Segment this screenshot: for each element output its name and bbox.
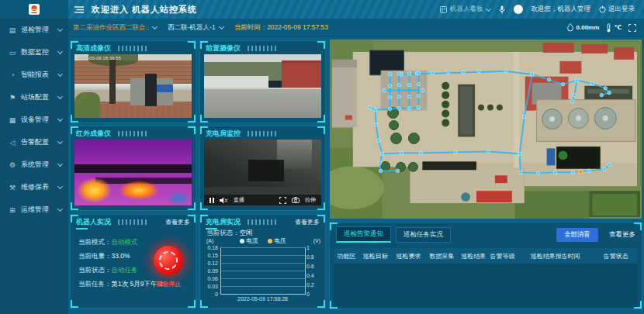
robot-task-label: 当前任务：	[78, 280, 112, 288]
col-alarm-level: 告警等级	[489, 252, 516, 261]
robot-mode-value: 自动模式	[112, 238, 138, 246]
tab-alarm-notice[interactable]: 巡检告警通知	[336, 226, 391, 243]
mute-all-button[interactable]: 全部消音	[556, 228, 598, 242]
infrared-camera-feed[interactable]	[74, 140, 192, 205]
alarm-view-more[interactable]: 查看更多	[609, 230, 635, 240]
legend-voltage[interactable]: 电压	[268, 237, 286, 245]
station-aerial-map[interactable]	[329, 39, 642, 219]
robot-kanban-selector[interactable]: 机器人看板	[440, 5, 490, 14]
video-scene-part	[282, 63, 321, 89]
front-camera-feed[interactable]	[204, 54, 321, 118]
charge-room-status-label: 当前状态：	[206, 229, 240, 236]
maintenance-icon: ⚒	[8, 184, 17, 192]
menu-toggle-icon[interactable]	[74, 6, 84, 13]
top-bar-right: 机器人看板 欢迎您，机器人管理 退出登录	[440, 5, 644, 14]
charge-room-live-title: 充电房实况	[206, 217, 241, 227]
temperature-readout: ℃	[606, 23, 621, 33]
environment-readouts: 0.00mm ℃	[566, 23, 644, 33]
sidebar-item-device-mgmt[interactable]: ▦ 设备管理	[0, 109, 68, 131]
sidebar-item-station-config[interactable]: ⚑ 站场配置	[0, 86, 68, 109]
logout-button[interactable]: 退出登录	[599, 5, 635, 14]
chevron-down-icon	[57, 71, 63, 77]
chart-legend: 电流 电压	[200, 237, 325, 245]
sidebar-item-label: 数据监控	[21, 47, 58, 57]
y-tick: 0.2	[306, 282, 322, 288]
temperature-unit: ℃	[614, 24, 621, 31]
y-tick: 0.15	[200, 253, 218, 258]
charge-room-camera-feed[interactable]: 直播 拉伸	[204, 140, 321, 205]
robot-live-view-more[interactable]: 查看更多	[165, 218, 190, 226]
rainfall-readout: 0.00mm	[566, 23, 600, 32]
col-data-collection: 数据采集	[425, 252, 459, 261]
operations-icon: ⊞	[8, 206, 17, 214]
station-dropdown-value: 第二采油作业区西二联合..	[73, 23, 149, 33]
aerial-map-canvas[interactable]	[330, 40, 642, 219]
robot-position-marker[interactable]	[579, 170, 583, 174]
robot-battery-label: 当前电量：	[78, 252, 112, 260]
front-camera-title: 前置摄像仪	[206, 43, 241, 53]
rainfall-value: 0.00mm	[576, 24, 600, 31]
inspection-icon: ▤	[8, 26, 17, 34]
top-bar: 欢迎进入 机器人站控系统 机器人看板 欢迎您，机器人管理	[0, 0, 644, 19]
charge-room-view-more[interactable]: 查看更多	[295, 218, 320, 226]
sidebar-nav: ▤ 巡检管理 ▭ 数据监控 ◔ 智能报表 ⚑ 站场配置 ▦ 设备管理 ◁ 告警配…	[0, 19, 68, 314]
current-time-value: 2022-05-09 17:57:53	[267, 23, 328, 31]
user-avatar[interactable]	[514, 5, 523, 14]
emergency-stop-ring-icon	[157, 249, 181, 273]
legend-current[interactable]: 电流	[240, 237, 258, 245]
barcode-decoration	[118, 46, 149, 51]
tab-task-live[interactable]: 巡检任务实况	[396, 227, 451, 243]
live-badge[interactable]: 直播	[234, 196, 244, 204]
pause-icon[interactable]	[209, 198, 214, 203]
emergency-stop-button[interactable]	[154, 246, 183, 275]
barcode-decoration	[118, 219, 149, 225]
col-alarm-status: 告警状态	[594, 252, 637, 261]
panel-header: 前置摄像仪	[200, 41, 325, 54]
emergency-stop-label: 紧急停止	[151, 280, 186, 288]
front-camera-panel: 前置摄像仪	[199, 40, 326, 123]
sidebar-item-label: 巡检管理	[21, 25, 58, 35]
video-scene-part	[74, 92, 100, 118]
robot-battery-value: 33.0%	[112, 252, 130, 260]
fullscreen-icon[interactable]	[628, 24, 636, 32]
stretch-button[interactable]: 拉伸	[305, 196, 316, 204]
chevron-down-icon	[485, 5, 490, 11]
panel-header: 红外成像仪	[71, 126, 196, 140]
current-voltage-chart	[220, 247, 306, 295]
charge-room-camera-title: 充电房监控	[206, 129, 241, 139]
video-fullscreen-icon[interactable]	[279, 197, 286, 204]
kanban-icon	[440, 6, 447, 13]
snapshot-icon[interactable]	[292, 197, 299, 203]
video-scene-part	[204, 88, 321, 118]
thermal-hotspot	[77, 178, 112, 202]
sidebar-item-alarm-config[interactable]: ◁ 告警配置	[0, 131, 68, 154]
sidebar-item-label: 系统管理	[21, 160, 58, 170]
sidebar-item-operations[interactable]: ⊞ 运维管理	[0, 198, 68, 221]
chevron-down-icon	[57, 139, 63, 144]
kanban-label: 机器人看板	[450, 5, 483, 14]
video-scene-part	[204, 76, 268, 88]
hd-camera-title: 高清成像仪	[76, 43, 111, 53]
mute-icon[interactable]	[220, 197, 228, 204]
inspection-alarm-panel: 巡检告警通知 巡检任务实况 全部消音 查看更多 功能区 巡检目标 巡检要求 数据…	[329, 222, 642, 309]
robot-dropdown[interactable]: 西二联-机器人-1	[168, 23, 223, 33]
hd-camera-feed[interactable]: 2022-05-09 18:39:55	[74, 54, 192, 118]
panel-header: 充电房监控	[200, 126, 325, 140]
sidebar-item-data-monitor[interactable]: ▭ 数据监控	[0, 41, 68, 64]
system-icon: ⚙	[8, 161, 17, 169]
sidebar-item-system-mgmt[interactable]: ⚙ 系统管理	[0, 154, 68, 176]
legend-label: 电流	[247, 237, 258, 245]
logo-area	[0, 0, 68, 19]
y-tick: 0.09	[200, 268, 218, 274]
station-dropdown[interactable]: 第二采油作业区西二联合..	[73, 23, 157, 33]
sidebar-item-maintenance[interactable]: ⚒ 维修保养	[0, 176, 68, 198]
video-scene-part	[145, 74, 157, 107]
legend-label: 电压	[275, 237, 286, 245]
video-scene-part	[166, 191, 192, 205]
sidebar-item-inspection[interactable]: ▤ 巡检管理	[0, 19, 68, 41]
y-tick: 0.06	[200, 276, 218, 281]
sidebar-item-smart-report[interactable]: ◔ 智能报表	[0, 64, 68, 86]
y-tick: 0.8	[306, 254, 322, 260]
data-monitor-icon: ▭	[8, 49, 17, 57]
mic-icon[interactable]	[499, 5, 505, 14]
